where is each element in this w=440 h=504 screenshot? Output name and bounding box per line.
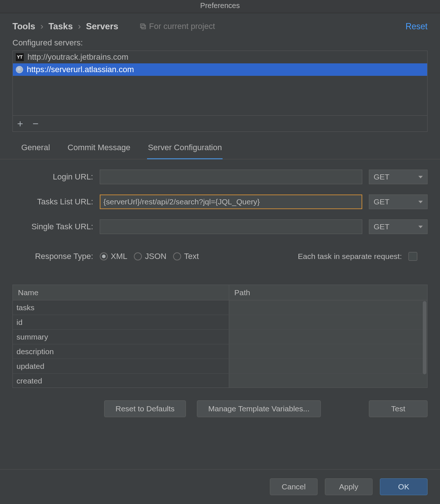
radio-json[interactable]: JSON	[134, 252, 166, 261]
svg-rect-0	[140, 24, 144, 27]
tabs: General Commit Message Server Configurat…	[0, 132, 440, 159]
server-item-youtrack[interactable]: YT http://youtrack.jetbrains.com	[13, 51, 427, 63]
select-value: GET	[374, 197, 389, 206]
youtrack-icon: YT	[16, 53, 24, 61]
table-row[interactable]: description	[13, 344, 427, 359]
radio-icon	[100, 252, 108, 260]
login-url-label: Login URL:	[12, 172, 93, 182]
ok-button[interactable]: OK	[380, 478, 428, 495]
login-url-input[interactable]	[100, 170, 362, 184]
column-header-name[interactable]: Name	[13, 285, 229, 300]
scrollbar-thumb[interactable]	[423, 301, 426, 374]
radio-xml[interactable]: XML	[100, 252, 127, 261]
radio-icon	[173, 252, 181, 260]
cell-name[interactable]: updated	[13, 359, 229, 373]
tasks-list-url-label: Tasks List URL:	[12, 197, 93, 207]
single-task-url-input[interactable]	[100, 219, 362, 234]
cell-name[interactable]: id	[13, 315, 229, 329]
reset-link[interactable]: Reset	[406, 22, 428, 32]
single-task-url-method-select[interactable]: GET	[369, 219, 428, 234]
radio-text[interactable]: Text	[173, 252, 199, 261]
add-server-button[interactable]: +	[16, 119, 25, 128]
apply-button[interactable]: Apply	[325, 478, 373, 495]
cancel-button[interactable]: Cancel	[270, 478, 318, 495]
table-row[interactable]: summary	[13, 330, 427, 344]
manage-template-variables-button[interactable]: Manage Template Variables...	[197, 400, 321, 417]
radio-text: XML	[111, 252, 127, 261]
each-task-label: Each task in separate request:	[298, 252, 402, 261]
copy-icon	[140, 23, 146, 30]
radio-text: JSON	[145, 252, 166, 261]
server-url: https://serverurl.atlassian.com	[27, 65, 134, 74]
cell-path[interactable]	[229, 315, 427, 329]
reset-defaults-button[interactable]: Reset to Defaults	[104, 400, 186, 417]
chevron-down-icon	[418, 201, 423, 203]
tab-commit-message[interactable]: Commit Message	[67, 143, 131, 159]
select-value: GET	[374, 173, 389, 181]
login-url-method-select[interactable]: GET	[369, 170, 428, 184]
table-row[interactable]: id	[13, 315, 427, 330]
radio-icon	[134, 252, 142, 260]
scope-label-text: For current project	[149, 22, 215, 31]
radio-text: Text	[184, 252, 199, 261]
breadcrumb-item[interactable]: Tools	[12, 21, 35, 32]
cell-name[interactable]: tasks	[13, 300, 229, 315]
table-row[interactable]: tasks	[13, 300, 427, 315]
cell-path[interactable]	[229, 330, 427, 344]
table-row[interactable]: updated	[13, 359, 427, 374]
cell-name[interactable]: created	[13, 374, 229, 388]
cell-name[interactable]: description	[13, 344, 229, 359]
svg-rect-1	[142, 25, 145, 29]
server-url: http://youtrack.jetbrains.com	[27, 52, 128, 62]
section-label: Configured servers:	[0, 38, 440, 51]
server-item-atlassian[interactable]: https://serverurl.atlassian.com	[13, 63, 427, 76]
breadcrumb-item[interactable]: Tasks	[48, 21, 73, 32]
mapping-table: Name Path tasksidsummarydescriptionupdat…	[12, 285, 428, 388]
globe-icon	[16, 66, 23, 73]
tasks-list-url-method-select[interactable]: GET	[369, 194, 428, 209]
tasks-list-url-input[interactable]	[100, 194, 362, 209]
response-type-label: Response Type:	[12, 252, 93, 261]
dialog-footer: Cancel Apply OK	[0, 469, 440, 504]
cell-path[interactable]	[229, 344, 427, 359]
scope-indicator: For current project	[140, 22, 215, 31]
select-value: GET	[374, 222, 389, 231]
remove-server-button[interactable]: −	[31, 119, 40, 128]
table-row[interactable]: created	[13, 374, 427, 388]
breadcrumb-item[interactable]: Servers	[86, 21, 118, 32]
tab-server-configuration[interactable]: Server Configuration	[147, 143, 223, 159]
chevron-right-icon: ›	[40, 21, 43, 32]
single-task-url-label: Single Task URL:	[12, 222, 93, 231]
chevron-right-icon: ›	[78, 21, 81, 32]
cell-path[interactable]	[229, 359, 427, 373]
column-header-path[interactable]: Path	[229, 285, 427, 300]
chevron-down-icon	[418, 226, 423, 228]
cell-path[interactable]	[229, 300, 427, 315]
window-title: Preferences	[0, 0, 440, 13]
cell-name[interactable]: summary	[13, 330, 229, 344]
server-list: YT http://youtrack.jetbrains.com https:/…	[12, 51, 428, 132]
test-button[interactable]: Test	[369, 400, 428, 417]
breadcrumb: Tools › Tasks › Servers	[12, 21, 118, 32]
each-task-checkbox[interactable]	[408, 252, 417, 261]
cell-path[interactable]	[229, 374, 427, 388]
tab-general[interactable]: General	[21, 143, 51, 159]
chevron-down-icon	[418, 176, 423, 178]
